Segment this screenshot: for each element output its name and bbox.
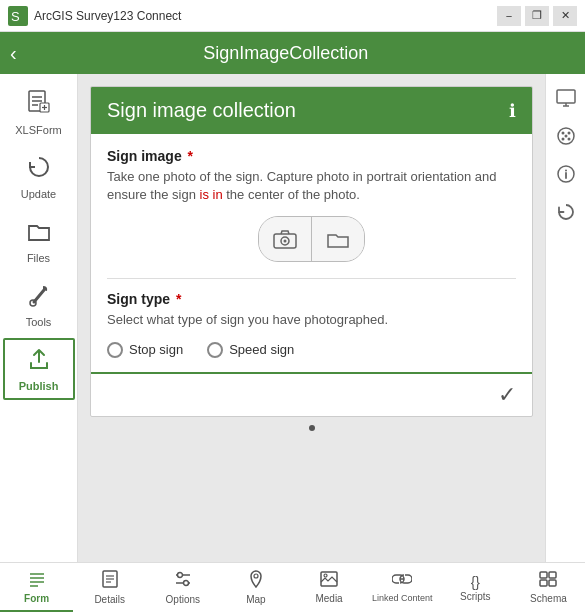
refresh-icon xyxy=(557,203,575,221)
sidebar-item-xlsform-label: XLSForm xyxy=(15,124,61,136)
right-panel xyxy=(545,74,585,562)
svg-rect-42 xyxy=(549,572,556,578)
radio-speed-sign[interactable]: Speed sign xyxy=(207,342,294,358)
tab-schema[interactable]: Schema xyxy=(512,563,585,612)
tools-icon xyxy=(26,282,52,314)
refresh-tool[interactable] xyxy=(550,196,582,228)
app-header: ‹ SignImageCollection xyxy=(0,32,585,74)
title-bar-controls: − ❐ ✕ xyxy=(497,6,577,26)
svg-rect-13 xyxy=(557,90,575,103)
sidebar-item-update-label: Update xyxy=(21,188,56,200)
files-icon xyxy=(26,218,52,250)
info-tool[interactable] xyxy=(550,158,582,190)
close-button[interactable]: ✕ xyxy=(553,6,577,26)
app-icon: S xyxy=(8,6,28,26)
survey-card-body: Sign image * Take one photo of the sign.… xyxy=(91,134,532,372)
sidebar-item-publish-label: Publish xyxy=(19,380,59,392)
sidebar-item-files-label: Files xyxy=(27,252,50,264)
survey-card-alert-icon: ℹ xyxy=(509,100,516,122)
survey-card-title: Sign image collection xyxy=(107,99,296,122)
svg-point-34 xyxy=(177,573,182,578)
camera-icon xyxy=(273,229,297,249)
image-buttons xyxy=(107,216,516,262)
back-button[interactable]: ‹ xyxy=(10,42,17,65)
svg-rect-43 xyxy=(540,580,547,586)
sign-type-label: Sign type * xyxy=(107,291,516,307)
radio-circle-speed xyxy=(207,342,223,358)
monitor-icon xyxy=(556,89,576,107)
svg-point-21 xyxy=(564,135,567,138)
page-dot xyxy=(309,425,315,431)
tab-scripts-label: Scripts xyxy=(460,591,491,602)
sign-image-description: Take one photo of the sign. Capture phot… xyxy=(107,168,516,204)
svg-text:S: S xyxy=(11,9,20,24)
media-tab-icon xyxy=(320,571,338,592)
sign-type-description: Select what type of sign you have photog… xyxy=(107,311,516,329)
folder-icon xyxy=(327,230,349,248)
update-icon xyxy=(26,154,52,186)
svg-point-18 xyxy=(567,132,570,135)
survey-card-header: Sign image collection ℹ xyxy=(91,87,532,134)
svg-point-39 xyxy=(324,574,327,577)
camera-button[interactable] xyxy=(259,217,311,261)
sidebar-item-tools[interactable]: Tools xyxy=(3,274,75,336)
svg-point-19 xyxy=(561,138,564,141)
tab-scripts[interactable]: {} Scripts xyxy=(439,563,512,612)
radio-group: Stop sign Speed sign xyxy=(107,342,516,358)
tab-map-label: Map xyxy=(246,594,265,605)
svg-rect-41 xyxy=(540,572,547,578)
sidebar-item-files[interactable]: Files xyxy=(3,210,75,272)
sidebar-item-tools-label: Tools xyxy=(26,316,52,328)
tab-map[interactable]: Map xyxy=(219,563,292,612)
tab-options-label: Options xyxy=(166,594,200,605)
minimize-button[interactable]: − xyxy=(497,6,521,26)
svg-point-20 xyxy=(567,138,570,141)
tab-bar: Form Details Options xyxy=(0,562,585,612)
folder-button[interactable] xyxy=(312,217,364,261)
content-area: Sign image collection ℹ Sign image * Tak… xyxy=(78,74,545,562)
sign-image-required: * xyxy=(188,148,193,164)
radio-circle-stop xyxy=(107,342,123,358)
sign-image-label: Sign image * xyxy=(107,148,516,164)
sidebar-item-update[interactable]: Update xyxy=(3,146,75,208)
palette-icon xyxy=(556,126,576,146)
sign-type-required: * xyxy=(176,291,181,307)
svg-point-12 xyxy=(284,240,287,243)
radio-label-speed: Speed sign xyxy=(229,342,294,357)
monitor-tool[interactable] xyxy=(550,82,582,114)
schema-tab-icon xyxy=(539,571,557,592)
tab-media[interactable]: Media xyxy=(293,563,366,612)
form-tab-icon xyxy=(28,571,46,592)
sidebar-item-xlsform[interactable]: XLSForm xyxy=(3,82,75,144)
app-title: SignImageCollection xyxy=(27,43,545,64)
tab-options[interactable]: Options xyxy=(146,563,219,612)
title-bar: S ArcGIS Survey123 Connect − ❐ ✕ xyxy=(0,0,585,32)
highlight-text: is in xyxy=(200,187,223,202)
tab-linked-content[interactable]: Linked Content xyxy=(366,563,439,612)
map-tab-icon xyxy=(248,570,264,593)
svg-point-17 xyxy=(561,132,564,135)
survey-card: Sign image collection ℹ Sign image * Tak… xyxy=(90,86,533,417)
dot-indicator xyxy=(90,423,533,433)
tab-form-label: Form xyxy=(24,593,49,604)
publish-icon xyxy=(26,346,52,378)
linked-content-tab-icon xyxy=(392,571,412,592)
radio-stop-sign[interactable]: Stop sign xyxy=(107,342,183,358)
field-divider xyxy=(107,278,516,279)
palette-tool[interactable] xyxy=(550,120,582,152)
svg-point-36 xyxy=(183,581,188,586)
options-tab-icon xyxy=(174,570,192,593)
tab-details-label: Details xyxy=(94,594,125,605)
sidebar-item-publish[interactable]: Publish xyxy=(3,338,75,400)
tab-schema-label: Schema xyxy=(530,593,567,604)
details-tab-icon xyxy=(102,570,118,593)
tab-details[interactable]: Details xyxy=(73,563,146,612)
sidebar: XLSForm Update Files xyxy=(0,74,78,562)
xlsform-icon xyxy=(26,90,52,122)
svg-rect-44 xyxy=(549,580,556,586)
radio-label-stop: Stop sign xyxy=(129,342,183,357)
tab-form[interactable]: Form xyxy=(0,563,73,612)
tab-linked-content-label: Linked Content xyxy=(372,593,433,604)
svg-point-37 xyxy=(254,574,258,578)
restore-button[interactable]: ❐ xyxy=(525,6,549,26)
